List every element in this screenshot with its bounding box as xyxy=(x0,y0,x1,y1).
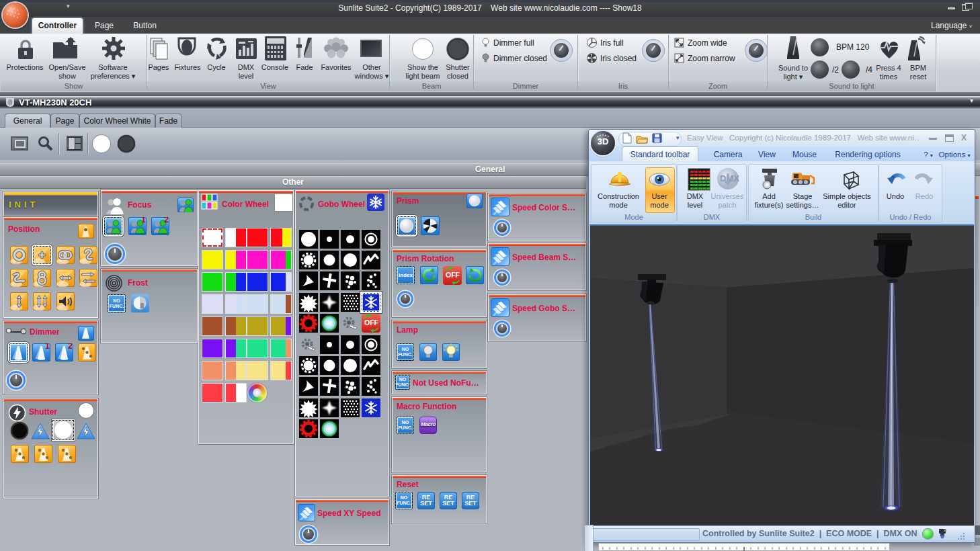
svg-text:OFF: OFF xyxy=(364,319,379,327)
svg-text:OFF: OFF xyxy=(446,271,460,279)
